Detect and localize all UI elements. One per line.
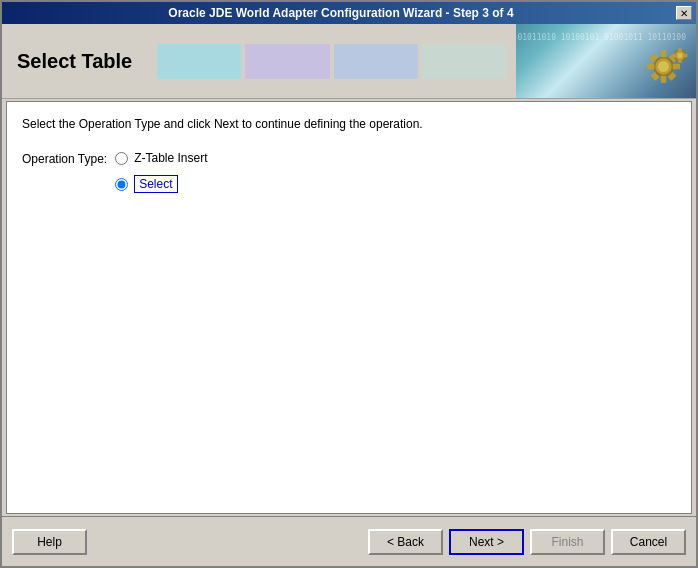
svg-rect-14 xyxy=(673,53,678,57)
page-title: Select Table xyxy=(2,40,147,83)
progress-block-1 xyxy=(157,44,241,79)
svg-rect-13 xyxy=(678,58,682,63)
help-button[interactable]: Help xyxy=(12,529,87,555)
cancel-button[interactable]: Cancel xyxy=(611,529,686,555)
radio-select-input[interactable] xyxy=(115,178,128,191)
progress-block-4 xyxy=(422,44,506,79)
svg-rect-12 xyxy=(678,48,682,53)
operation-type-row: Operation Type: Z-Table Insert Select xyxy=(22,151,676,193)
title-bar: Oracle JDE World Adapter Configuration W… xyxy=(2,2,696,24)
progress-block-3 xyxy=(334,44,418,79)
radio-options: Z-Table Insert Select xyxy=(115,151,207,193)
radio-ztable-label: Z-Table Insert xyxy=(134,151,207,165)
back-button[interactable]: < Back xyxy=(368,529,443,555)
footer: Help < Back Next > Finish Cancel xyxy=(2,516,696,566)
svg-rect-4 xyxy=(647,63,654,69)
next-button[interactable]: Next > xyxy=(449,529,524,555)
instruction-text: Select the Operation Type and click Next… xyxy=(22,117,676,131)
radio-option-select[interactable]: Select xyxy=(115,175,207,193)
content-area: Select the Operation Type and click Next… xyxy=(6,101,692,514)
finish-button[interactable]: Finish xyxy=(530,529,605,555)
footer-left: Help xyxy=(12,529,87,555)
progress-blocks xyxy=(147,44,516,79)
footer-right: < Back Next > Finish Cancel xyxy=(368,529,686,555)
svg-point-1 xyxy=(658,61,669,72)
svg-rect-15 xyxy=(683,53,688,57)
svg-rect-5 xyxy=(673,63,680,69)
radio-select-label: Select xyxy=(134,175,177,193)
radio-ztable-input[interactable] xyxy=(115,152,128,165)
gear-icon xyxy=(636,39,691,94)
banner: Select Table 01011010 10100101 01001011 … xyxy=(2,24,696,99)
svg-point-11 xyxy=(677,52,683,58)
window-title: Oracle JDE World Adapter Configuration W… xyxy=(6,6,676,20)
close-button[interactable]: ✕ xyxy=(676,6,692,20)
radio-option-ztable[interactable]: Z-Table Insert xyxy=(115,151,207,165)
main-window: Oracle JDE World Adapter Configuration W… xyxy=(0,0,698,568)
operation-type-label: Operation Type: xyxy=(22,151,107,166)
banner-graphic: 01011010 10100101 01001011 10110100 xyxy=(516,24,696,99)
svg-rect-3 xyxy=(661,75,667,82)
progress-block-2 xyxy=(245,44,329,79)
svg-rect-2 xyxy=(661,50,667,57)
